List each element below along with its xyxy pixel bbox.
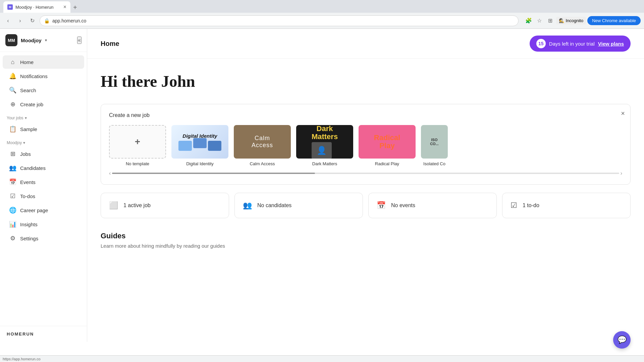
globe-icon: 🌐 xyxy=(9,207,16,214)
sidebar-item-sample[interactable]: 📋 Sample xyxy=(3,122,84,136)
content-area: Hi there John Create a new job × + No te… xyxy=(87,59,644,276)
browser-right-controls: 🧩 ☆ ⊞ 🕵 Incognito New Chrome available xyxy=(524,16,641,25)
nav-home-label: Home xyxy=(20,59,34,65)
sidebar-item-todos[interactable]: ☑ To-dos xyxy=(3,189,84,203)
sidebar-item-candidates[interactable]: 👥 Candidates xyxy=(3,161,84,175)
url-text: app.homerun.co xyxy=(52,18,514,23)
people-icon: 👥 xyxy=(9,165,16,171)
sidebar-item-notifications[interactable]: 🔔 Notifications xyxy=(3,69,84,83)
stat-card-candidates[interactable]: 👥 No candidates xyxy=(234,193,363,218)
bookmark-button[interactable]: ☆ xyxy=(535,16,544,25)
scroll-indicator: ‹ › xyxy=(109,170,622,176)
checkbox-stat-icon: ☑ xyxy=(511,201,517,210)
nav-create-job-label: Create job xyxy=(20,102,43,107)
your-jobs-section-label: Your jobs ▾ xyxy=(0,112,87,122)
calendar-icon: 📅 xyxy=(9,179,16,185)
active-tab[interactable]: M Moodjoy · Homerun × xyxy=(3,1,70,13)
sidebar-header: MM Moodjoy ▾ « xyxy=(0,29,87,52)
scroll-thumb xyxy=(112,173,315,174)
stat-card-todos[interactable]: ☑ 1 to-do xyxy=(502,193,631,218)
moodjoy-section-label: Moodjoy ▾ xyxy=(0,136,87,146)
sidebar-item-create-job[interactable]: ⊕ Create job xyxy=(3,98,84,111)
create-job-card-title: Create a new job xyxy=(109,112,622,118)
main-header: Home 15 Days left in your trial View pla… xyxy=(87,29,644,59)
sidebar-item-search[interactable]: 🔍 Search xyxy=(3,83,84,97)
chevron-icon: ▾ xyxy=(25,116,27,120)
template-thumb-calm-access: Calm Access xyxy=(234,125,291,159)
nav-search-label: Search xyxy=(20,87,36,93)
address-bar[interactable]: 🔒 app.homerun.co xyxy=(40,15,519,26)
templates-row: + No template Digital Identity xyxy=(109,125,622,166)
template-label-isolated-co: Isolated Co xyxy=(423,161,445,166)
career-page-label: Career page xyxy=(20,207,48,213)
template-card-dark-matters[interactable]: DarkMatters 👤 Dark Matters xyxy=(296,125,353,166)
stat-card-events[interactable]: 📅 No events xyxy=(368,193,497,218)
chevron-down-icon: ▾ xyxy=(45,38,47,43)
sidebar-item-events[interactable]: 📅 Events xyxy=(3,175,84,189)
briefcase-icon: 📋 xyxy=(9,126,16,132)
template-card-blank[interactable]: + No template xyxy=(109,125,166,166)
reload-button[interactable]: ↻ xyxy=(28,16,37,25)
template-thumb-digital-identity: Digital Identity xyxy=(171,125,228,159)
template-card-digital-identity[interactable]: Digital Identity Digital Identity xyxy=(171,125,228,166)
status-url: https://app.homerun.co xyxy=(3,357,41,361)
scroll-right-button[interactable]: › xyxy=(621,170,622,176)
new-chrome-button[interactable]: New Chrome available xyxy=(587,16,641,25)
template-thumb-dark-matters: DarkMatters 👤 xyxy=(296,125,353,159)
back-button[interactable]: ‹ xyxy=(3,16,13,25)
candidates-label: Candidates xyxy=(20,165,46,171)
template-card-calm-access[interactable]: Calm Access Calm Access xyxy=(234,125,291,166)
page-title: Home xyxy=(101,40,119,48)
incognito-icon: 🕵 xyxy=(559,18,564,23)
digital-identity-inner: Digital Identity xyxy=(171,125,228,159)
stat-events-label: No events xyxy=(391,202,415,208)
scroll-left-button[interactable]: ‹ xyxy=(109,170,111,176)
sidebar-item-home[interactable]: ⌂ Home xyxy=(3,55,84,69)
app-container: MM Moodjoy ▾ « ⌂ Home 🔔 Notifications 🔍 … xyxy=(0,29,644,342)
scroll-track xyxy=(112,173,619,174)
sidebar: MM Moodjoy ▾ « ⌂ Home 🔔 Notifications 🔍 … xyxy=(0,29,87,342)
grid-icon: ⊞ xyxy=(9,150,16,157)
home-icon: ⌂ xyxy=(9,59,16,65)
sidebar-logo: HOMERUN xyxy=(0,326,87,342)
sample-job-label: Sample xyxy=(20,126,37,132)
company-name: Moodjoy xyxy=(21,38,42,43)
incognito-badge: 🕵 Incognito xyxy=(556,17,586,24)
view-plans-link[interactable]: View plans xyxy=(598,41,624,47)
sidebar-item-settings[interactable]: ⚙ Settings xyxy=(3,232,84,245)
chart-icon: 📊 xyxy=(9,221,16,228)
checklist-icon: ☑ xyxy=(9,193,16,199)
guides-subtitle: Learn more about hiring mindfully by rea… xyxy=(101,243,631,249)
trial-badge: 15 Days left in your trial View plans xyxy=(530,36,631,52)
gear-icon: ⚙ xyxy=(9,235,16,242)
template-card-radical-play[interactable]: RadicalPlay Radical Play xyxy=(359,125,416,166)
stat-active-jobs-label: 1 active job xyxy=(123,202,151,208)
homerun-logo-text: HOMERUN xyxy=(7,331,80,337)
chat-button[interactable]: 💬 xyxy=(613,331,631,349)
collapse-sidebar-button[interactable]: « xyxy=(77,37,82,44)
tab-close-button[interactable]: × xyxy=(63,4,66,10)
jobs-label: Jobs xyxy=(20,151,31,157)
address-bar-row: ‹ › ↻ 🔒 app.homerun.co 🧩 ☆ ⊞ 🕵 Incognito… xyxy=(0,13,644,29)
template-label-calm-access: Calm Access xyxy=(250,161,275,166)
close-create-job-button[interactable]: × xyxy=(621,110,625,117)
search-icon: 🔍 xyxy=(9,87,16,94)
sidebar-item-insights[interactable]: 📊 Insights xyxy=(3,218,84,231)
new-tab-button[interactable]: + xyxy=(70,2,80,13)
tab-manager-button[interactable]: ⊞ xyxy=(545,16,555,25)
template-label-blank: No template xyxy=(126,161,149,166)
extensions-button[interactable]: 🧩 xyxy=(524,16,533,25)
sidebar-item-career-page[interactable]: 🌐 Career page xyxy=(3,203,84,217)
lock-icon: 🔒 xyxy=(44,18,50,23)
sidebar-item-jobs[interactable]: ⊞ Jobs xyxy=(3,147,84,161)
tab-bar: M Moodjoy · Homerun × + xyxy=(0,0,644,13)
trial-label: Days left in your trial xyxy=(549,41,595,47)
plus-icon: ⊕ xyxy=(9,101,16,108)
main-content: Home 15 Days left in your trial View pla… xyxy=(87,29,644,342)
nav-notifications-label: Notifications xyxy=(20,73,48,79)
template-card-isolated-co[interactable]: ISOCO... Isolated Co xyxy=(421,125,448,166)
stat-candidates-label: No candidates xyxy=(257,202,291,208)
template-thumb-blank: + xyxy=(109,125,166,159)
stat-card-active-jobs[interactable]: ⬜ 1 active job xyxy=(101,193,229,218)
forward-button[interactable]: › xyxy=(15,16,25,25)
